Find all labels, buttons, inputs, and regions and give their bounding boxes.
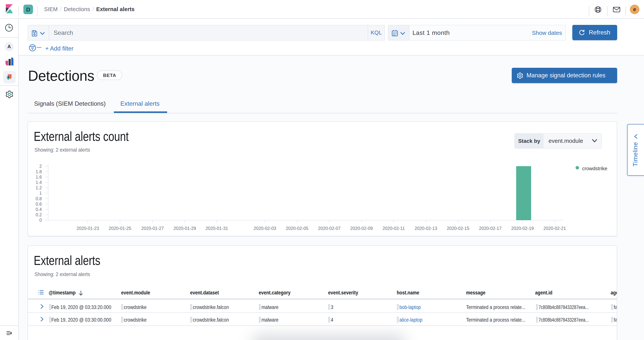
svg-text:2020-01-23: 2020-01-23: [76, 226, 99, 231]
svg-text:2020-02-15: 2020-02-15: [447, 226, 470, 231]
svg-text:0.8: 0.8: [36, 196, 42, 201]
svg-text:2020-01-25: 2020-01-25: [109, 226, 131, 231]
svg-text:2020-02-19: 2020-02-19: [511, 226, 534, 231]
svg-text:crowdstrike: crowdstrike: [582, 166, 607, 171]
svg-text:2020-02-05: 2020-02-05: [286, 226, 308, 231]
svg-text:1.2: 1.2: [36, 185, 42, 190]
svg-text:1.8: 1.8: [36, 169, 42, 174]
svg-text:2020-02-17: 2020-02-17: [479, 226, 502, 231]
svg-text:2020-02-07: 2020-02-07: [318, 226, 340, 231]
svg-text:2020-01-27: 2020-01-27: [141, 226, 164, 231]
svg-text:1: 1: [39, 191, 42, 196]
svg-text:1.6: 1.6: [36, 174, 42, 179]
svg-text:0.4: 0.4: [36, 207, 42, 212]
svg-text:2020-01-31: 2020-01-31: [206, 226, 228, 231]
svg-text:0.6: 0.6: [36, 202, 42, 206]
svg-text:2020-02-11: 2020-02-11: [382, 226, 405, 231]
svg-text:0.2: 0.2: [36, 212, 42, 217]
svg-text:2020-02-03: 2020-02-03: [254, 226, 276, 231]
svg-text:1.4: 1.4: [36, 180, 42, 185]
svg-text:0: 0: [39, 218, 42, 223]
svg-text:2020-02-13: 2020-02-13: [414, 226, 437, 231]
svg-text:2020-01-29: 2020-01-29: [174, 226, 196, 231]
svg-text:2020-02-09: 2020-02-09: [350, 226, 373, 231]
svg-text:2020-02-21: 2020-02-21: [544, 226, 566, 231]
svg-text:2: 2: [39, 164, 42, 169]
